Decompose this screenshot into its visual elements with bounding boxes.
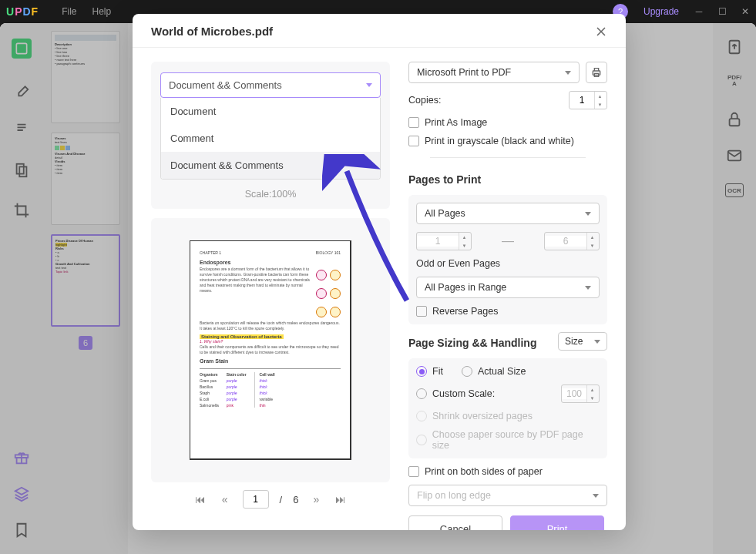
radio-label: Custom Scale: [432, 388, 495, 399]
checkbox-label: Print on both sides of paper [425, 466, 543, 477]
close-icon[interactable] [595, 25, 607, 38]
preview-page: CHAPTER 1BIOLOGY 101 Endospores Endospor… [190, 240, 351, 460]
copies-input[interactable] [570, 95, 594, 106]
oddeven-select[interactable]: All Pages in Range [416, 277, 600, 298]
print-preview: CHAPTER 1BIOLOGY 101 Endospores Endospor… [151, 218, 390, 482]
grayscale-checkbox[interactable]: Print in grayscale (black and white) [408, 136, 607, 146]
printer-icon [590, 66, 603, 79]
pager-sep: / [280, 494, 283, 505]
both-sides-checkbox[interactable]: Print on both sides of paper [408, 466, 607, 477]
combo-option-document[interactable]: Document [161, 98, 380, 125]
oddeven-label: Odd or Even Pages [416, 258, 600, 269]
cancel-button[interactable]: Cancel [408, 515, 502, 530]
window-minimize[interactable]: ─ [694, 7, 704, 16]
printer-select[interactable]: Microsoft Print to PDF [408, 62, 580, 83]
printer-select-value: Microsoft Print to PDF [417, 67, 511, 78]
chevron-down-icon [366, 83, 372, 87]
radio-actual[interactable]: Actual Size [462, 366, 526, 377]
pager-total: 6 [293, 494, 298, 505]
radio-label: Actual Size [478, 366, 526, 377]
upgrade-link[interactable]: Upgrade [643, 6, 679, 17]
copies-stepper[interactable]: ▲▼ [569, 91, 607, 109]
size-select-value: Size [565, 336, 583, 347]
range-from-stepper[interactable]: ▲▼ [416, 232, 472, 250]
radio-fit[interactable]: Fit [416, 366, 443, 377]
copies-label: Copies: [408, 95, 441, 106]
checkbox-label: Print As Image [425, 117, 487, 128]
range-from-input[interactable] [417, 236, 459, 247]
radio-label: Choose paper source by PDF page size [432, 429, 600, 451]
chevron-down-icon [585, 286, 591, 290]
range-to-input[interactable] [545, 236, 586, 247]
content-combo[interactable]: Document && Comments [160, 72, 381, 98]
chevron-down-icon [585, 212, 591, 216]
pages-select-value: All Pages [425, 208, 465, 219]
pages-section-title: Pages to Print [408, 173, 607, 186]
flip-select-value: Flip on long edge [417, 490, 491, 501]
pager-current[interactable] [243, 490, 269, 509]
menu-file[interactable]: File [62, 6, 76, 17]
oddeven-select-value: All Pages in Range [425, 282, 506, 293]
spin-up-icon[interactable]: ▲ [587, 385, 597, 394]
printer-settings-button[interactable] [586, 62, 607, 83]
content-combo-dropdown: Document Comment Document && Comments [160, 98, 381, 180]
print-dialog: World of Microbes.pdf Document && Commen… [133, 14, 626, 530]
custom-scale-input[interactable] [562, 388, 586, 399]
window-close[interactable]: ✕ [741, 7, 750, 16]
radio-shrink: Shrink oversized pages [416, 411, 600, 421]
combo-option-both[interactable]: Document && Comments [161, 152, 380, 179]
size-select[interactable]: Size [558, 332, 607, 351]
radio-label: Shrink oversized pages [432, 411, 533, 421]
window-maximize[interactable]: ☐ [717, 7, 727, 16]
print-as-image-checkbox[interactable]: Print As Image [408, 117, 607, 128]
checkbox-label: Print in grayscale (black and white) [425, 136, 574, 146]
radio-label: Fit [432, 366, 443, 377]
chevron-down-icon [593, 494, 599, 498]
reverse-pages-checkbox[interactable]: Reverse Pages [416, 306, 600, 317]
preview-pager: ⏮ « / 6 » ⏭ [151, 482, 390, 516]
checkbox-label: Reverse Pages [432, 306, 498, 317]
print-button[interactable]: Print [510, 515, 604, 530]
spin-up-icon[interactable]: ▲ [595, 92, 605, 100]
pages-select[interactable]: All Pages [416, 203, 600, 224]
pager-first[interactable]: ⏮ [193, 492, 207, 506]
spin-down-icon[interactable]: ▼ [587, 394, 597, 402]
radio-custom-scale[interactable]: Custom Scale: [416, 388, 495, 399]
radio-paper-source: Choose paper source by PDF page size [416, 429, 600, 451]
pager-next[interactable]: » [309, 492, 323, 506]
pager-prev[interactable]: « [218, 492, 232, 506]
menu-help[interactable]: Help [92, 6, 112, 17]
chevron-down-icon [565, 71, 571, 75]
range-dash: — [479, 234, 536, 248]
scale-label: Scale:100% [160, 189, 381, 200]
spin-up-icon[interactable]: ▲ [459, 233, 469, 241]
spin-down-icon[interactable]: ▼ [587, 241, 597, 250]
sizing-section-title: Page Sizing && Handling [408, 337, 536, 349]
pager-last[interactable]: ⏭ [334, 492, 348, 506]
app-logo: UPDF [6, 5, 39, 18]
combo-option-comment[interactable]: Comment [161, 125, 380, 152]
spin-up-icon[interactable]: ▲ [587, 233, 597, 241]
spin-down-icon[interactable]: ▼ [459, 241, 469, 250]
custom-scale-stepper[interactable]: ▲▼ [561, 384, 600, 403]
content-combo-value: Document && Comments [169, 79, 282, 91]
content-combo-panel: Document && Comments Document Comment Do… [151, 62, 390, 209]
range-to-stepper[interactable]: ▲▼ [544, 232, 600, 250]
dialog-title: World of Microbes.pdf [151, 25, 273, 38]
spin-down-icon[interactable]: ▼ [595, 100, 605, 109]
chevron-down-icon [594, 340, 600, 344]
flip-select: Flip on long edge [408, 485, 607, 506]
